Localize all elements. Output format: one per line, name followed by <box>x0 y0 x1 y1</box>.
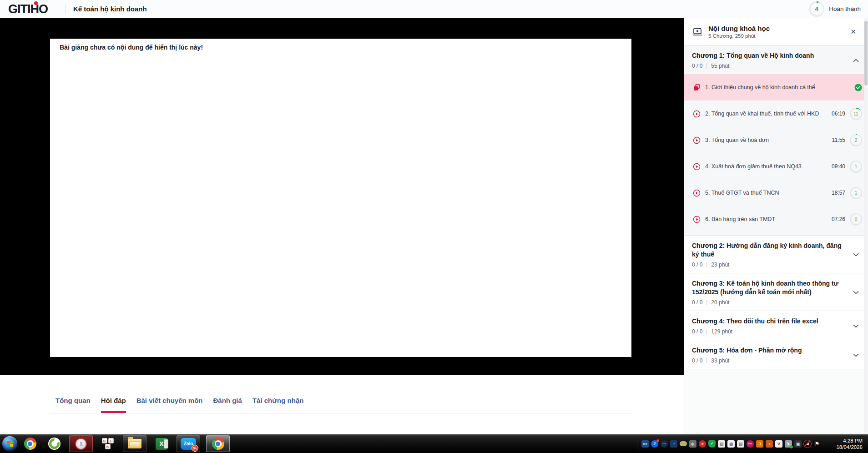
top-header: GITIHO Kế toán hộ kinh doanh 4 Hoàn thàn… <box>0 0 868 18</box>
scrollbar-thumb[interactable] <box>864 21 868 86</box>
chapter-header[interactable]: Chương 5: Hóa đơn - Phần mở rộng0 / 033 … <box>684 340 868 369</box>
progress-value: 4 <box>811 3 823 15</box>
start-button[interactable] <box>2 436 17 451</box>
system-tray: FFAZEFY◔ψ★✔▤▦▤EFYJ♪V↯▣◄⚑ <box>637 438 821 450</box>
coccoc-icon <box>48 438 61 450</box>
tabs: Tổng quanHỏi đápBài viết chuyên mônĐánh … <box>50 397 632 413</box>
signal-icon[interactable]: ψ <box>689 440 696 448</box>
lesson-item[interactable]: 5. Thuế GTGT và thuế TNCN18:571 <box>684 180 868 206</box>
course-tabs-section: Tổng quanHỏi đápBài viết chuyên mônĐánh … <box>0 375 684 434</box>
close-icon[interactable]: ✕ <box>850 28 856 35</box>
chrome-icon <box>24 438 36 450</box>
efy-icon[interactable]: EFY <box>661 440 668 448</box>
tab-5[interactable]: Tải chứng nhận <box>252 397 304 413</box>
lesson-title: 6. Bán hàng trên sàn TMĐT <box>705 216 827 223</box>
ffa-icon[interactable]: FFA <box>641 440 649 448</box>
chapter-3: Chương 3: Kế toán hộ kinh doanh theo thô… <box>684 273 868 311</box>
explorer-taskbar-button[interactable] <box>123 435 146 452</box>
lesson-item[interactable]: 1. Giới thiệu chung về hộ kinh doanh cá … <box>684 74 868 101</box>
play-circle-icon <box>693 189 701 197</box>
chapter-header[interactable]: Chương 2: Hướng dẫn đăng ký kinh doanh, … <box>684 236 868 273</box>
chapter-duration: 33 phút <box>711 357 729 364</box>
chevron-down-icon[interactable] <box>851 252 861 257</box>
explorer-icon <box>128 439 141 448</box>
vmware-icon[interactable]: V <box>775 440 782 448</box>
tax-emblem-icon[interactable]: ★ <box>699 440 706 448</box>
printer-icon-2[interactable]: ▤ <box>737 440 744 448</box>
lesson-item[interactable]: 6. Bán hàng trên sàn TMĐT07:260 <box>684 206 868 232</box>
etoken-icon[interactable] <box>680 441 687 446</box>
chapter-progress: 0 / 0 <box>692 63 702 69</box>
tab-2[interactable]: Hỏi đáp <box>101 397 126 413</box>
form-icon[interactable]: ▦ <box>727 440 735 448</box>
completed-check-icon <box>854 84 862 91</box>
logo-red-dot-icon <box>34 1 38 5</box>
chapter-progress: 0 / 0 <box>692 262 702 268</box>
chapter-prefix: Chương 5: <box>692 347 725 354</box>
sidebar-scrollbar[interactable] <box>864 18 868 434</box>
lesson-item[interactable]: 3. Tổng quan về hoá đơn11:552 <box>684 127 868 153</box>
chapter-header[interactable]: Chương 4: Theo dõi thu chi trên file exc… <box>684 311 868 340</box>
lesson-duration: 06:19 <box>832 111 845 117</box>
chapter-title: Chương 1: Tổng quan về Hộ kinh doanh <box>692 51 847 60</box>
lesson-duration: 11:55 <box>832 137 845 143</box>
unikey-taskbar-button[interactable]: uin <box>99 435 117 452</box>
lesson-progress-ring: 0 <box>850 213 862 226</box>
lesson-list: 1. Giới thiệu chung về hộ kinh doanh cá … <box>684 74 868 235</box>
tab-4[interactable]: Đánh giá <box>213 397 242 413</box>
zalo-taskbar-button[interactable]: Zalo5+ <box>177 435 200 452</box>
document-icon <box>693 83 701 91</box>
lesson-progress-ring: 2 <box>850 134 862 146</box>
excel-taskbar-button[interactable]: X <box>152 435 171 452</box>
chapter-progress: 0 / 0 <box>692 357 702 364</box>
chapter-title: Chương 5: Hóa đơn - Phần mở rộng <box>692 346 847 355</box>
complete-label[interactable]: Hoàn thành <box>829 5 861 12</box>
tab-3[interactable]: Bài viết chuyên môn <box>136 397 203 413</box>
snipping-tool-taskbar-button[interactable]: ✂ <box>69 435 93 452</box>
sidebar-title: Nội dung khoá học <box>708 25 770 32</box>
chapter-name: Hóa đơn - Phần mở rộng <box>725 347 802 354</box>
unikey-icon: uin <box>102 438 114 450</box>
taskbar-clock[interactable]: 4:28 PM 18/04/2026 <box>824 438 868 450</box>
chapter-prefix: Chương 2: <box>692 242 725 249</box>
laptop-play-icon <box>692 26 703 37</box>
chapter-header[interactable]: Chương 3: Kế toán hộ kinh doanh theo thô… <box>684 273 868 311</box>
chevron-down-icon[interactable] <box>851 352 861 358</box>
volume-orange-icon[interactable]: ♪ <box>766 440 773 448</box>
chevron-down-icon[interactable] <box>851 290 861 295</box>
printer-icon[interactable]: ▤ <box>718 440 725 448</box>
language-flag-icon[interactable]: ⚑ <box>813 440 821 448</box>
volume-muted-icon[interactable]: ◄ <box>804 440 811 448</box>
gauge-icon[interactable]: ◔ <box>670 440 677 448</box>
chapter-prefix: Chương 4: <box>692 317 725 325</box>
chrome-active-icon <box>212 438 224 450</box>
network-icon[interactable]: ▣ <box>794 440 802 448</box>
shield-check-icon[interactable]: ✔ <box>708 440 716 448</box>
chevron-down-icon[interactable] <box>851 323 861 329</box>
lesson-title: 4. Xuất hoá đơn giảm thuế theo NQ43 <box>705 163 827 170</box>
java-icon[interactable]: J <box>756 440 763 448</box>
efy-pink-icon[interactable]: EFY <box>747 440 754 448</box>
lesson-item[interactable]: 2. Tổng quan về khai thuế, tính thuế với… <box>684 101 868 127</box>
lesson-item[interactable]: 4. Xuất hoá đơn giảm thuế theo NQ4309:40… <box>684 153 868 180</box>
chapter-header[interactable]: Chương 1: Tổng quan về Hộ kinh doanh0 / … <box>684 45 868 74</box>
lesson-title: 3. Tổng quan về hoá đơn <box>705 136 828 144</box>
play-circle-icon <box>693 163 701 171</box>
gitiho-logo[interactable]: GITIHO <box>8 0 59 18</box>
chapter-meta: 0 / 055 phút <box>692 63 847 69</box>
play-circle-icon <box>693 136 701 144</box>
coccoc-taskbar-button[interactable] <box>45 435 63 452</box>
tab-1[interactable]: Tổng quan <box>56 397 91 413</box>
zalo-tray-icon[interactable]: Z <box>651 440 658 448</box>
lesson-progress-ring: 1 <box>850 161 862 173</box>
chevron-up-icon[interactable] <box>851 58 861 63</box>
chapter-duration: 55 phút <box>711 63 729 69</box>
chrome-active-taskbar-button[interactable] <box>206 435 230 452</box>
meta-divider <box>707 262 707 267</box>
clock-time: 4:28 PM <box>824 438 863 444</box>
screen: GITIHO Kế toán hộ kinh doanh 4 Hoàn thàn… <box>0 0 868 453</box>
usb-icon[interactable]: ↯ <box>785 440 792 448</box>
chrome-taskbar-button[interactable] <box>21 435 39 452</box>
chapter-prefix: Chương 1: <box>692 52 725 59</box>
course-title: Kế toán hộ kinh doanh <box>73 5 147 13</box>
